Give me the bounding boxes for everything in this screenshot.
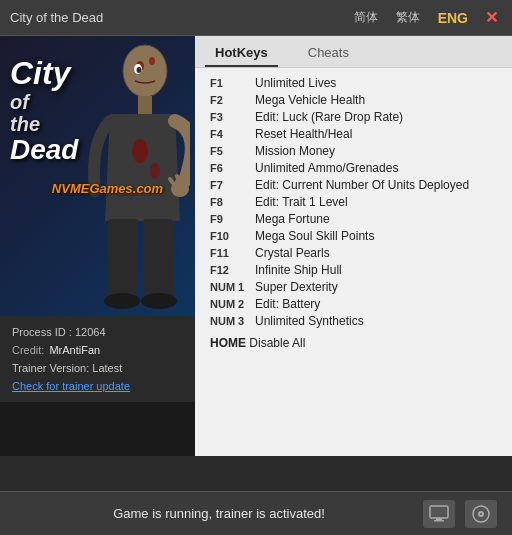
svg-rect-17: [436, 518, 442, 520]
hotkey-row: F1Unlimited Lives: [210, 76, 497, 90]
tabs-bar: HotKeys Cheats: [195, 36, 512, 68]
hotkey-key: NUM 2: [210, 298, 255, 310]
svg-rect-13: [143, 219, 173, 299]
left-panel: City of the Dead: [0, 36, 195, 456]
hotkey-row: NUM 2Edit: Battery: [210, 297, 497, 311]
hotkey-row: F6Unlimited Ammo/Grenades: [210, 161, 497, 175]
hotkey-desc: Unlimited Lives: [255, 76, 336, 90]
tab-hotkeys[interactable]: HotKeys: [205, 40, 278, 67]
info-panel: Process ID : 12064 Credit: MrAntiFan Tra…: [0, 316, 195, 402]
monitor-icon[interactable]: [423, 500, 455, 528]
hotkey-desc: Reset Health/Heal: [255, 127, 352, 141]
hotkey-desc: Edit: Luck (Rare Drop Rate): [255, 110, 403, 124]
hotkey-key: F2: [210, 94, 255, 106]
hotkey-row: F12Infinite Ship Hull: [210, 263, 497, 277]
hotkey-key: F4: [210, 128, 255, 140]
credit-value: MrAntiFan: [49, 344, 100, 356]
hotkey-row: NUM 1Super Dexterity: [210, 280, 497, 294]
hotkey-key: F7: [210, 179, 255, 191]
credit-row: Credit: MrAntiFan: [12, 344, 183, 356]
hotkey-desc: Mission Money: [255, 144, 335, 158]
home-key: HOME: [210, 336, 246, 350]
game-title-line2: of: [10, 91, 78, 113]
zombie-figure: [80, 41, 190, 311]
hotkey-key: F12: [210, 264, 255, 276]
game-title-line1: City: [10, 56, 78, 91]
game-title-overlay: City of the Dead: [10, 56, 78, 166]
hotkey-row: F2Mega Vehicle Health: [210, 93, 497, 107]
svg-point-2: [149, 57, 155, 65]
svg-point-0: [123, 45, 167, 97]
hotkey-desc: Unlimited Ammo/Grenades: [255, 161, 398, 175]
watermark: NVMEGames.com: [20, 181, 195, 196]
credit-label: Credit:: [12, 344, 44, 356]
hotkey-key: F10: [210, 230, 255, 242]
hotkey-row: F10Mega Soul Skill Points: [210, 229, 497, 243]
hotkey-row: F3Edit: Luck (Rare Drop Rate): [210, 110, 497, 124]
version-label: Trainer Version: Latest: [12, 362, 122, 374]
close-button[interactable]: ✕: [481, 8, 502, 27]
svg-point-15: [141, 293, 177, 309]
hotkey-desc: Crystal Pearls: [255, 246, 330, 260]
home-action: HOME Disable All: [210, 336, 497, 350]
game-title-line4: Dead: [10, 135, 78, 166]
hotkey-row: F5Mission Money: [210, 144, 497, 158]
hotkey-key: F6: [210, 162, 255, 174]
hotkey-key: F8: [210, 196, 255, 208]
status-message: Game is running, trainer is activated!: [15, 506, 423, 521]
hotkey-desc: Edit: Current Number Of Units Deployed: [255, 178, 469, 192]
hotkey-desc: Edit: Battery: [255, 297, 320, 311]
hotkey-desc: Mega Soul Skill Points: [255, 229, 374, 243]
hotkey-desc: Mega Fortune: [255, 212, 330, 226]
hotkey-desc: Infinite Ship Hull: [255, 263, 342, 277]
hotkey-row: F9Mega Fortune: [210, 212, 497, 226]
game-title-line3: the: [10, 113, 78, 135]
hotkey-row: F4Reset Health/Heal: [210, 127, 497, 141]
svg-rect-18: [434, 520, 444, 522]
tab-cheats[interactable]: Cheats: [298, 40, 359, 67]
hotkeys-content: F1Unlimited LivesF2Mega Vehicle HealthF3…: [195, 68, 512, 456]
lang-eng-btn[interactable]: ENG: [433, 8, 473, 28]
lang-simple-btn[interactable]: 简体: [349, 7, 383, 28]
hotkey-key: NUM 3: [210, 315, 255, 327]
right-panel: HotKeys Cheats F1Unlimited LivesF2Mega V…: [195, 36, 512, 456]
hotkey-row: NUM 3Unlimited Synthetics: [210, 314, 497, 328]
update-link[interactable]: Check for trainer update: [12, 380, 183, 392]
hotkey-key: NUM 1: [210, 281, 255, 293]
music-icon[interactable]: [465, 500, 497, 528]
hotkey-key: F1: [210, 77, 255, 89]
status-icons: [423, 500, 497, 528]
hotkey-desc: Edit: Trait 1 Level: [255, 195, 348, 209]
home-desc: Disable All: [249, 336, 305, 350]
hotkey-key: F3: [210, 111, 255, 123]
hotkey-key: F5: [210, 145, 255, 157]
process-id-label: Process ID : 12064: [12, 326, 106, 338]
svg-point-21: [480, 513, 482, 515]
version-row: Trainer Version: Latest: [12, 362, 183, 374]
svg-point-11: [150, 163, 160, 179]
svg-rect-5: [138, 96, 152, 114]
main-area: City of the Dead: [0, 36, 512, 456]
svg-rect-12: [108, 219, 138, 299]
app-title: City of the Dead: [10, 10, 349, 25]
svg-point-4: [137, 67, 142, 73]
hotkey-desc: Mega Vehicle Health: [255, 93, 365, 107]
language-selector: 简体 繁体 ENG: [349, 7, 473, 28]
title-bar: City of the Dead 简体 繁体 ENG ✕: [0, 0, 512, 36]
hotkey-desc: Super Dexterity: [255, 280, 338, 294]
lang-trad-btn[interactable]: 繁体: [391, 7, 425, 28]
process-id-row: Process ID : 12064: [12, 326, 183, 338]
hotkey-row: F11Crystal Pearls: [210, 246, 497, 260]
hotkey-row: F7Edit: Current Number Of Units Deployed: [210, 178, 497, 192]
svg-rect-16: [430, 506, 448, 518]
svg-point-14: [104, 293, 140, 309]
hotkey-desc: Unlimited Synthetics: [255, 314, 364, 328]
hotkey-key: F11: [210, 247, 255, 259]
svg-point-10: [132, 139, 148, 163]
hotkey-key: F9: [210, 213, 255, 225]
status-bar: Game is running, trainer is activated!: [0, 491, 512, 535]
hotkey-row: F8Edit: Trait 1 Level: [210, 195, 497, 209]
game-image: City of the Dead: [0, 36, 195, 316]
